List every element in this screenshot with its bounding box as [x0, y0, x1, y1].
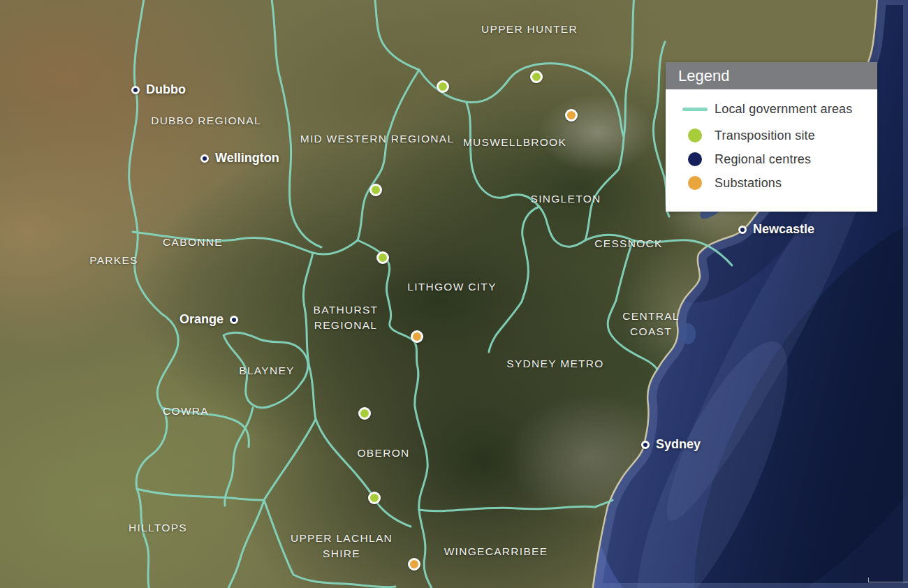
transposition-dot-swatch: [682, 128, 708, 142]
transposition-site-marker[interactable]: [368, 492, 381, 504]
region-label-blayney: BLAYNEY: [239, 363, 294, 378]
region-label-cessnock: CESSNOCK: [594, 236, 662, 251]
region-label-dubbo-regional: DUBBO REGIONAL: [151, 113, 261, 128]
substation-marker[interactable]: [565, 109, 578, 122]
legend-item-label: Local government areas: [715, 102, 853, 117]
legend-item-lga: Local government areas: [682, 97, 877, 121]
legend-title: Legend: [678, 67, 729, 85]
substation-marker[interactable]: [408, 558, 420, 571]
legend-item-substations: Substations: [682, 171, 877, 195]
region-label-sydney-metro: SYDNEY METRO: [506, 356, 603, 372]
regional-centre-dot[interactable]: [131, 86, 140, 94]
legend-item-label: Regional centres: [715, 152, 811, 167]
transposition-site-marker[interactable]: [358, 407, 371, 420]
region-label-parkes: PARKES: [89, 253, 138, 268]
regional-centre-label: Orange: [180, 312, 224, 327]
region-label-hilltops: HILLTOPS: [129, 520, 187, 536]
region-label-bathurst-regional: BATHURST REGIONAL: [314, 302, 379, 332]
substation-dot-swatch: [682, 176, 708, 190]
map-canvas[interactable]: UPPER HUNTERDUBBO REGIONALMID WESTERN RE…: [0, 0, 908, 588]
region-label-upper-hunter: UPPER HUNTER: [481, 22, 578, 37]
lga-line-swatch: [682, 108, 708, 111]
regional-centre-label: Wellington: [215, 151, 279, 166]
regional-centre-dot[interactable]: [641, 441, 650, 449]
substation-marker[interactable]: [411, 330, 423, 343]
legend-header: Legend: [666, 62, 877, 89]
region-label-central-coast: CENTRAL COAST: [622, 309, 679, 339]
region-label-singleton: SINGLETON: [531, 191, 601, 207]
region-label-cowra: COWRA: [163, 404, 209, 419]
map-scale-bar: [868, 578, 908, 582]
legend-item-transposition-site: Transposition site: [682, 124, 877, 147]
region-label-cabonne: CABONNE: [163, 235, 223, 250]
regional-centre-label: Sydney: [656, 437, 701, 452]
transposition-site-marker[interactable]: [369, 184, 382, 196]
transposition-site-marker[interactable]: [437, 80, 449, 93]
region-label-lithgow-city: LITHGOW CITY: [407, 279, 497, 295]
regional-centre-label: Newcastle: [753, 222, 814, 237]
legend-item-label: Transposition site: [715, 128, 815, 143]
regional-centre-dot[interactable]: [200, 154, 209, 163]
legend-item-label: Substations: [715, 176, 782, 191]
legend-body: Local government areas Transposition sit…: [666, 89, 877, 195]
region-label-oberon: OBERON: [358, 446, 410, 461]
regional-centre-dot-swatch: [682, 152, 708, 166]
region-label-wingecarribee: WINGECARRIBEE: [444, 544, 548, 559]
legend-item-regional-centres: Regional centres: [682, 147, 877, 171]
legend: Legend Local government areas Transposit…: [666, 62, 877, 212]
transposition-site-marker[interactable]: [376, 251, 389, 264]
region-label-muswellbrook: MUSWELLBROOK: [463, 135, 566, 150]
regional-centre-label: Dubbo: [146, 82, 186, 97]
regional-centre-dot[interactable]: [738, 226, 747, 234]
region-label-upper-lachlan-shire: UPPER LACHLAN SHIRE: [291, 531, 393, 561]
region-label-mid-western-regional: MID WESTERN REGIONAL: [300, 131, 455, 147]
transposition-site-marker[interactable]: [530, 71, 543, 83]
regional-centre-dot[interactable]: [230, 316, 238, 324]
